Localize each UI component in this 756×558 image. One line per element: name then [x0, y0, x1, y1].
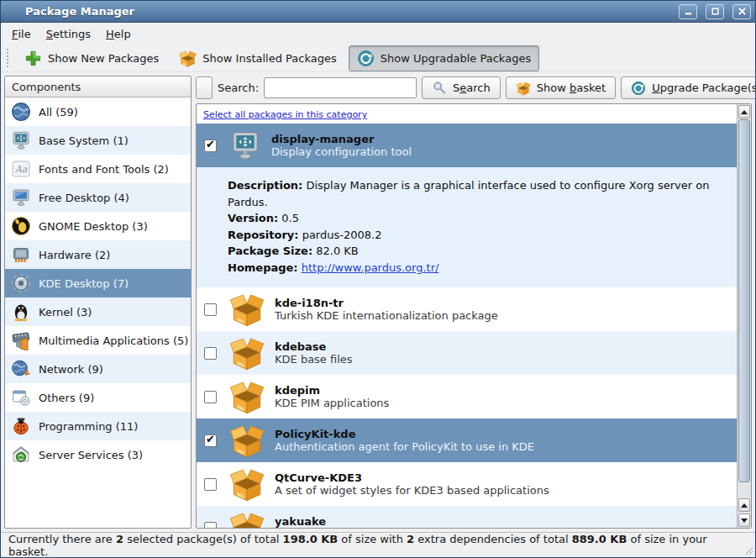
arrow-up-icon: [741, 110, 748, 114]
search-button[interactable]: Search: [422, 76, 501, 99]
upgrade-packages-button[interactable]: Upgrade Package(s): [621, 76, 756, 99]
package-checkbox[interactable]: [204, 522, 217, 529]
fonts-icon: Aa: [11, 159, 31, 179]
pardus-mascot-icon: [5, 4, 19, 18]
sidebar-item-network-9[interactable]: Network (9): [5, 355, 191, 383]
status-bar: Currently there are 2 selected package(s…: [1, 532, 755, 557]
package-icon: [229, 510, 265, 528]
maximize-button[interactable]: [706, 4, 724, 19]
sidebar-item-fonts-and-font-tools-2[interactable]: Aa Fonts and Font Tools (2): [5, 155, 191, 183]
svg-text:Aa: Aa: [14, 164, 28, 175]
select-all-link[interactable]: Select all packages in this category: [197, 104, 374, 124]
main-panel: Search: Search Show basket Upgrade Packa…: [196, 76, 752, 529]
toolbar-drag-handle[interactable]: [6, 48, 10, 68]
sidebar-item-hardware-2[interactable]: Hardware (2): [5, 240, 191, 269]
kernel-icon: [11, 302, 31, 322]
scrollbar-track[interactable]: [738, 482, 751, 497]
menu-item-settings[interactable]: Settings: [39, 23, 98, 45]
toolbar-button-show-installed-packages[interactable]: Show Installed Packages: [171, 45, 344, 71]
package-icon: [229, 335, 265, 371]
arrow-up-icon: [741, 503, 748, 508]
package-row-kde-i18n-tr[interactable]: kde-i18n-tr Turkish KDE internationaliza…: [197, 287, 737, 331]
sidebar-item-base-system-1[interactable]: Base System (1): [5, 126, 191, 155]
package-details: Description: Display Manager is a graphi…: [197, 167, 737, 287]
package-checkbox[interactable]: [204, 303, 217, 316]
components-header: Components: [5, 76, 191, 97]
toolbar-button-show-new-packages[interactable]: Show New Packages: [16, 45, 167, 71]
sidebar-item-others-9[interactable]: Others (9): [5, 383, 191, 412]
sidebar-item-kernel-3[interactable]: Kernel (3): [5, 297, 191, 326]
close-button[interactable]: [732, 4, 751, 19]
package-icon: [179, 50, 197, 67]
package-manager-window: Package Manager File Settings Help Show …: [0, 0, 756, 558]
resize-grip-icon[interactable]: [743, 545, 753, 555]
monitor-config-icon: [229, 129, 261, 161]
package-checkbox[interactable]: [204, 478, 217, 491]
hardware-icon: [11, 245, 31, 265]
status-text: Currently there are 2 selected package(s…: [8, 533, 748, 558]
search-label: Search:: [218, 82, 259, 94]
package-checkbox[interactable]: [204, 434, 217, 447]
minimize-button[interactable]: [679, 4, 697, 19]
package-row-yakuake[interactable]: yakuake Quake-like Console: [197, 506, 737, 528]
package-row-display-manager[interactable]: display-manager Display configuration to…: [197, 124, 737, 167]
server-icon: [11, 445, 31, 465]
homepage-link[interactable]: http://www.pardus.org.tr/: [302, 261, 439, 274]
scrollbar-thumb[interactable]: [738, 119, 750, 482]
clear-icon: [197, 81, 212, 96]
menu-item-file[interactable]: File: [4, 23, 39, 45]
arrow-down-icon: [741, 519, 748, 523]
sidebar-item-multimedia-applications-5[interactable]: Multimedia Applications (5): [5, 326, 191, 355]
title-bar: Package Manager: [1, 1, 755, 23]
scroll-up-button-bottom[interactable]: [738, 498, 750, 512]
package-checkbox[interactable]: [204, 391, 217, 403]
package-checkbox[interactable]: [204, 140, 217, 152]
network-icon: [11, 359, 31, 379]
multimedia-icon: [11, 330, 31, 350]
search-input[interactable]: [264, 77, 417, 98]
basket-icon: [516, 81, 531, 96]
scroll-down-button[interactable]: [738, 513, 750, 527]
desktop-icon: [11, 187, 31, 208]
sidebar-item-all-59[interactable]: All (59): [5, 97, 191, 126]
toolbar-button-show-upgradable-packages[interactable]: Show Upgradable Packages: [349, 45, 539, 71]
add-package-icon: [24, 50, 42, 67]
scroll-up-button[interactable]: [738, 105, 750, 118]
package-icon: [229, 466, 265, 502]
monitor-config-icon: [11, 130, 31, 150]
menu-bar: File Settings Help: [1, 23, 755, 45]
search-icon: [432, 81, 447, 96]
show-basket-button[interactable]: Show basket: [506, 76, 616, 99]
kde-icon: [11, 273, 31, 293]
sidebar-item-gnome-desktop-3[interactable]: GNOME Desktop (3): [5, 212, 191, 240]
window-title: Package Manager: [25, 5, 670, 18]
vertical-scrollbar[interactable]: [737, 104, 751, 528]
others-icon: [11, 387, 31, 408]
package-list-panel: Select all packages in this category dis…: [196, 103, 752, 529]
upgrade-icon: [631, 81, 646, 96]
components-panel: Components All (59) Base System (1) Aa F…: [4, 76, 192, 529]
components-list: All (59) Base System (1) Aa Fonts and Fo…: [5, 97, 191, 528]
package-checkbox[interactable]: [204, 347, 217, 360]
package-icon: [229, 423, 265, 458]
content-area: Components All (59) Base System (1) Aa F…: [1, 72, 755, 532]
package-row-kdebase[interactable]: kdebase KDE base files: [197, 331, 737, 375]
search-row: Search: Search Show basket Upgrade Packa…: [196, 76, 752, 100]
package-icon: [229, 292, 265, 327]
toolbar: Show New Packages Show Installed Package…: [1, 45, 755, 72]
sidebar-item-free-desktop-4[interactable]: Free Desktop (4): [5, 183, 191, 212]
package-row-policykit-kde[interactable]: PolicyKit-kde Authentication agent for P…: [197, 418, 737, 462]
package-list: Select all packages in this category dis…: [197, 104, 737, 528]
menu-item-help[interactable]: Help: [98, 23, 139, 45]
package-row-kdepim[interactable]: kdepim KDE PIM applications: [197, 375, 737, 418]
gnome-icon: [11, 216, 31, 236]
clear-search-button[interactable]: [196, 76, 213, 99]
globe-icon: [11, 102, 31, 122]
package-row-qtcurve-kde3[interactable]: QtCurve-KDE3 A set of widget styles for …: [197, 462, 737, 506]
upgrade-icon: [357, 50, 375, 67]
sidebar-item-programming-11[interactable]: Programming (11): [5, 412, 191, 440]
package-icon: [229, 379, 265, 414]
sidebar-item-server-services-3[interactable]: Server Services (3): [5, 440, 191, 469]
sidebar-item-kde-desktop-7[interactable]: KDE Desktop (7): [5, 269, 191, 297]
programming-icon: [11, 416, 31, 436]
